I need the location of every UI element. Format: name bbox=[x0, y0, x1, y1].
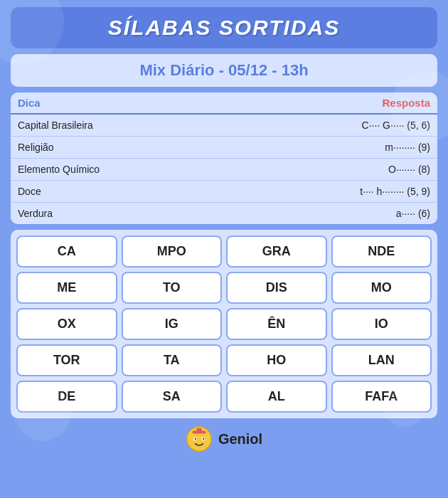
cell-dica: Capital Brasileira bbox=[18, 120, 183, 131]
geniol-icon bbox=[186, 425, 213, 452]
syllable-cell[interactable]: HO bbox=[226, 344, 327, 376]
syllable-cell[interactable]: IO bbox=[331, 308, 432, 340]
clues-table: Dica Resposta Capital BrasileiraC···· G·… bbox=[11, 92, 437, 224]
cell-dica: Elemento Químico bbox=[18, 164, 183, 175]
subtitle-text: Mix Diário - 05/12 - 13h bbox=[139, 61, 308, 79]
svg-point-5 bbox=[195, 438, 196, 440]
table-row: Elemento QuímicoO······· (8) bbox=[11, 159, 437, 181]
table-row: Capital BrasileiraC···· G····· (5, 6) bbox=[11, 115, 437, 137]
syllable-cell[interactable]: CA bbox=[16, 235, 117, 267]
cell-resposta: C···· G····· (5, 6) bbox=[183, 120, 430, 131]
syllable-cell[interactable]: DIS bbox=[226, 272, 327, 304]
syllable-cell[interactable]: OX bbox=[16, 308, 117, 340]
svg-rect-2 bbox=[196, 428, 202, 432]
syllable-cell[interactable]: TOR bbox=[16, 344, 117, 376]
syllable-cell[interactable]: SA bbox=[122, 381, 223, 413]
cell-dica: Religião bbox=[18, 142, 183, 153]
cell-dica: Verdura bbox=[18, 208, 183, 219]
syllable-cell[interactable]: ME bbox=[16, 272, 117, 304]
table-row: Religiãom········ (9) bbox=[11, 137, 437, 159]
syllable-cell[interactable]: NDE bbox=[331, 235, 432, 267]
page-title: SÍLABAS SORTIDAS bbox=[108, 16, 340, 39]
header-bar: SÍLABAS SORTIDAS bbox=[11, 7, 437, 48]
cell-resposta: O······· (8) bbox=[183, 164, 430, 175]
syllable-cell[interactable]: MPO bbox=[122, 235, 223, 267]
svg-point-6 bbox=[203, 438, 204, 440]
syllable-cell[interactable]: IG bbox=[122, 308, 223, 340]
syllable-cell[interactable]: GRA bbox=[226, 235, 327, 267]
syllable-cell[interactable]: ÊN bbox=[226, 308, 327, 340]
table-body: Capital BrasileiraC···· G····· (5, 6)Rel… bbox=[11, 115, 437, 224]
cell-resposta: t···· h········ (5, 9) bbox=[183, 186, 430, 197]
cell-resposta: m········ (9) bbox=[183, 142, 430, 153]
cell-dica: Doce bbox=[18, 186, 183, 197]
syllable-cell[interactable]: MO bbox=[331, 272, 432, 304]
table-row: Docet···· h········ (5, 9) bbox=[11, 181, 437, 203]
col-header-dica: Dica bbox=[18, 97, 183, 109]
cell-resposta: a····· (6) bbox=[183, 208, 430, 219]
table-header: Dica Resposta bbox=[11, 92, 437, 115]
syllable-cell[interactable]: AL bbox=[226, 381, 327, 413]
syllable-cell[interactable]: TO bbox=[122, 272, 223, 304]
syllable-cell[interactable]: LAN bbox=[331, 344, 432, 376]
table-row: Verduraa····· (6) bbox=[11, 203, 437, 224]
syllable-cell[interactable]: TA bbox=[122, 344, 223, 376]
syllable-grid: CAMPOGRANDEMETODISMOOXIGÊNIOTORTAHOLANDE… bbox=[11, 230, 437, 418]
subtitle-bar: Mix Diário - 05/12 - 13h bbox=[11, 54, 437, 87]
footer: Geniol bbox=[11, 424, 437, 454]
brand-name: Geniol bbox=[218, 431, 262, 447]
